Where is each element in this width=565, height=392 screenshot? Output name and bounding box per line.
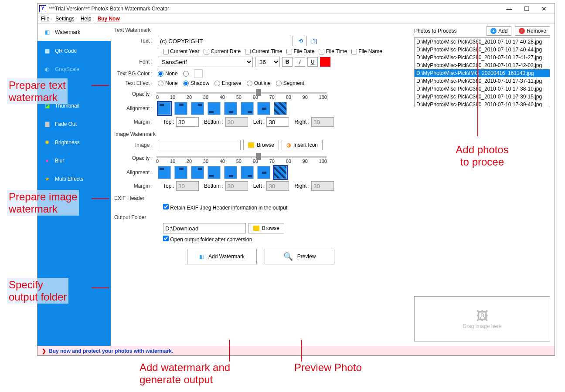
file-row[interactable]: D:\MyPhoto\Misc-Pick\C360_2010-07-10 17-… (415, 46, 550, 54)
drop-zone[interactable]: 🖼 Drag image here (414, 296, 550, 341)
photos-title: Photos to Process (414, 28, 456, 34)
bg-none-radio[interactable]: None (158, 71, 178, 77)
file-list[interactable]: D:\MyPhoto\Misc-Pick\C360_2010-07-10 17-… (414, 37, 550, 107)
file-row[interactable]: D:\MyPhoto\Misc-Pick\C360_2010-07-10 17-… (415, 38, 550, 46)
underline-button[interactable]: U (307, 57, 318, 67)
preview-button[interactable]: 🔍Preview (265, 249, 334, 264)
align-tr[interactable] (191, 102, 204, 115)
file-row[interactable]: D:\MyPhoto\Misc-Pick\C360_2010-07-10 17-… (415, 85, 550, 93)
font-select[interactable]: SansSerif (158, 57, 253, 67)
image-path-input[interactable] (158, 140, 241, 150)
maximize-button[interactable]: ☐ (518, 4, 535, 14)
file-row[interactable]: D:\MyPhoto\Misc-Pick\C360_2010-07-10 17-… (415, 101, 550, 107)
align-bl[interactable] (208, 166, 221, 179)
chk-file-name[interactable]: File Name (351, 48, 382, 54)
align-tl[interactable] (158, 102, 171, 115)
opacity-label: Opacity : (114, 91, 158, 97)
menubar: File Settings Help Buy Now (37, 14, 555, 24)
margin-left-input[interactable] (266, 117, 289, 127)
align-tc[interactable] (174, 102, 187, 115)
watermark-text-input[interactable] (158, 36, 293, 46)
eff-none[interactable]: None (158, 80, 178, 86)
add-watermark-button[interactable]: ◧Add Watermark (187, 249, 257, 264)
sidebar-item-grayscale[interactable]: ◐GrayScale (37, 60, 111, 78)
menu-help[interactable]: Help (81, 16, 92, 22)
eff-outline[interactable]: Outline (247, 80, 271, 86)
sidebar: ◧Watermark ▦QR Code ◐GrayScale ▤Sign ◪Th… (37, 24, 111, 346)
align-bc[interactable] (224, 166, 237, 179)
sidebar-item-multieffects[interactable]: ★Multi Effects (37, 170, 111, 188)
image-browse-button[interactable]: Browse (243, 140, 279, 150)
output-folder-input[interactable] (163, 223, 246, 233)
minimize-button[interactable]: — (500, 4, 518, 14)
chk-current-year[interactable]: Current Year (163, 48, 199, 54)
align-br[interactable] (241, 166, 254, 179)
qr-icon: ▦ (44, 47, 51, 54)
sidebar-item-watermark[interactable]: ◧Watermark (37, 24, 111, 42)
remove-photo-button[interactable]: −Remove (515, 26, 550, 36)
file-row[interactable]: D:\MyPhoto\Misc-Pick\IMG_20200416_161143… (415, 69, 550, 77)
align-br[interactable] (241, 102, 254, 115)
text-reset-icon[interactable]: ⟲ (295, 36, 307, 46)
menu-file[interactable]: File (41, 16, 49, 22)
chk-file-date[interactable]: File Date (286, 48, 314, 54)
eff-engrave[interactable]: Engrave (214, 80, 242, 86)
chk-file-time[interactable]: File Time (319, 48, 347, 54)
close-button[interactable]: ✕ (535, 4, 553, 14)
eff-segment[interactable]: Segment (276, 80, 304, 86)
magnifier-icon: 🔍 (283, 252, 293, 261)
margin-top-input[interactable] (176, 117, 199, 127)
file-row[interactable]: D:\MyPhoto\Misc-Pick\C360_2010-07-10 17-… (415, 93, 550, 101)
help-link[interactable]: [?] (311, 38, 317, 44)
chevron-icon: ❯ (42, 348, 46, 354)
font-color-swatch[interactable] (320, 57, 330, 67)
align-bl[interactable] (208, 102, 221, 115)
sign-icon: ▤ (44, 84, 51, 91)
file-row[interactable]: D:\MyPhoto\Misc-Pick\C360_2010-07-10 17-… (415, 54, 550, 61)
bg-color-swatch[interactable] (194, 69, 203, 78)
align-tl[interactable] (158, 166, 171, 179)
menu-buynow[interactable]: Buy Now (97, 16, 119, 22)
font-size-select[interactable]: 36 (255, 57, 280, 67)
sidebar-item-fadeout[interactable]: ▇Fade Out (37, 115, 111, 133)
add-photo-button[interactable]: +Add (487, 26, 511, 36)
sidebar-item-blur[interactable]: ●Blur (37, 152, 111, 170)
alignment-label: Alignment : (114, 105, 158, 112)
img-margin-top (176, 181, 199, 191)
bg-color-radio[interactable] (183, 71, 189, 77)
bgcolor-label: Text BG Color : (114, 71, 158, 77)
sidebar-item-thumbnail[interactable]: ◪Thumbnail (37, 97, 111, 115)
chk-retain-exif[interactable]: Retain EXIF Jpeg Header information in t… (163, 204, 287, 211)
file-row[interactable]: D:\MyPhoto\Misc-Pick\C360_2010-07-10 17-… (415, 61, 550, 69)
footer-promo[interactable]: ❯ Buy now and protect your photos with w… (37, 346, 555, 355)
align-tile[interactable] (274, 102, 287, 115)
sidebar-item-brightness[interactable]: ✺Brightness (37, 133, 111, 152)
chk-current-date[interactable]: Current Date (204, 48, 241, 54)
image-label: Image : (114, 142, 158, 148)
align-tr[interactable] (191, 166, 204, 179)
align-tile[interactable] (274, 166, 287, 179)
text-alignment-grid (158, 102, 287, 115)
sidebar-item-sign[interactable]: ▤Sign (37, 78, 111, 97)
chk-open-output[interactable]: Open output folder after conversion (163, 236, 252, 243)
file-row[interactable]: D:\MyPhoto\Misc-Pick\C360_2010-07-10 17-… (415, 77, 550, 85)
align-tc[interactable] (174, 166, 187, 179)
text-opacity-slider[interactable]: 0102030405060708090100 (156, 88, 327, 100)
grayscale-icon: ◐ (44, 66, 51, 73)
italic-button[interactable]: I (295, 57, 305, 67)
align-bc[interactable] (224, 102, 237, 115)
image-opacity-slider[interactable]: 0102030405060708090100 (156, 152, 327, 164)
menu-settings[interactable]: Settings (55, 16, 74, 22)
bold-button[interactable]: B (282, 57, 293, 67)
align-mc[interactable] (257, 166, 270, 179)
sidebar-item-label: Fade Out (55, 121, 77, 127)
chk-current-time[interactable]: Current Time (245, 48, 282, 54)
app-icon: Y (39, 5, 46, 12)
watermark-icon: ◧ (199, 253, 204, 260)
insert-icon-button[interactable]: ◑Insert Icon (282, 140, 323, 150)
output-browse-button[interactable]: Browse (248, 223, 284, 233)
sidebar-item-qrcode[interactable]: ▦QR Code (37, 42, 111, 60)
align-mc[interactable] (257, 102, 270, 115)
eff-shadow[interactable]: Shadow (183, 80, 209, 86)
img-opacity-label: Opacity : (114, 155, 158, 161)
